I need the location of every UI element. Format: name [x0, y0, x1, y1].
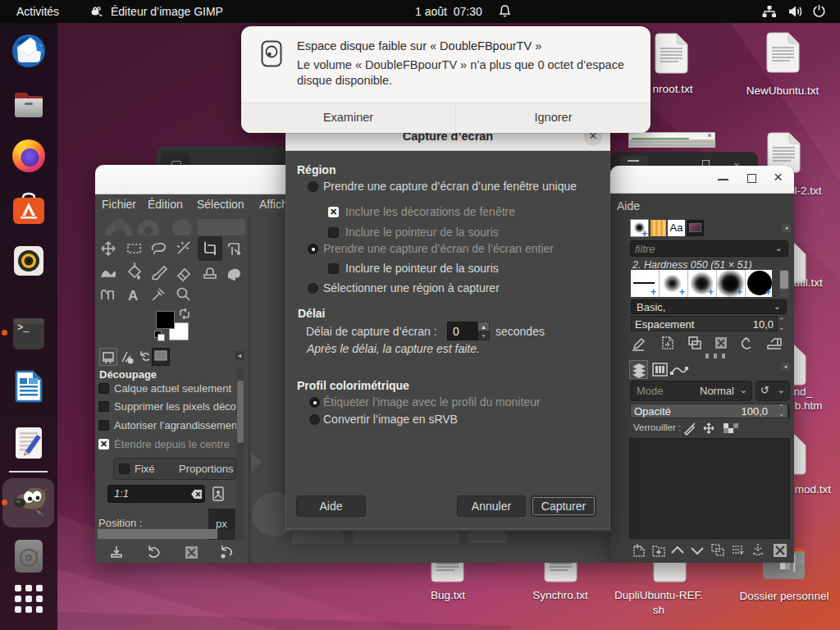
svg-text:>_: >_ — [17, 322, 30, 334]
svg-text:A: A — [128, 288, 138, 304]
